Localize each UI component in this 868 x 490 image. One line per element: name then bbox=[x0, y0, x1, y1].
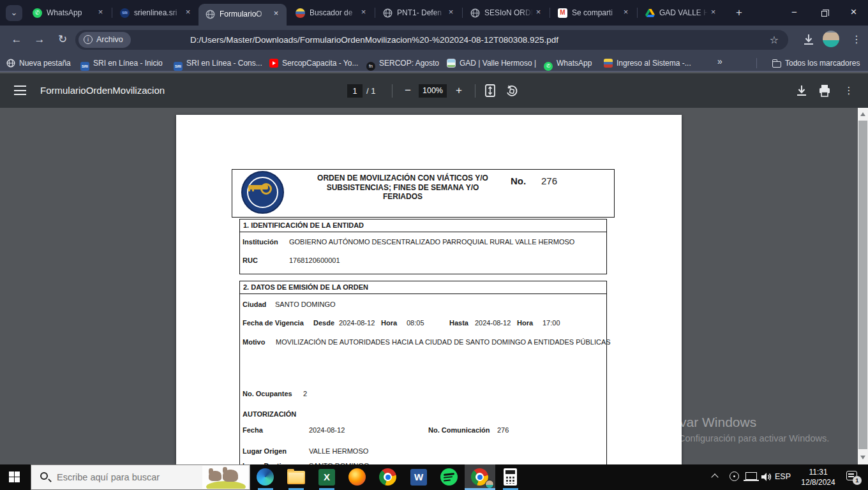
comunicacion-label: No. Comunicación bbox=[428, 426, 490, 434]
downloads-button[interactable] bbox=[800, 31, 817, 48]
network-icon[interactable] bbox=[745, 472, 757, 480]
window-restore-button[interactable] bbox=[810, 0, 839, 24]
tab-buscador[interactable]: Buscador de × bbox=[288, 0, 374, 26]
profile-avatar[interactable] bbox=[823, 31, 839, 47]
rotate-button[interactable] bbox=[504, 82, 520, 99]
new-tab-button[interactable]: + bbox=[731, 6, 747, 21]
start-button[interactable] bbox=[0, 464, 31, 490]
tab-close-button[interactable]: × bbox=[358, 7, 369, 18]
window-close-button[interactable]: × bbox=[839, 0, 868, 24]
hora2-value: 17:00 bbox=[542, 319, 560, 327]
globe-favicon bbox=[470, 8, 480, 18]
bookmark-star-icon[interactable]: ☆ bbox=[767, 33, 782, 48]
reload-button[interactable]: ↻ bbox=[54, 31, 71, 48]
tab-label: GAD VALLE H bbox=[659, 8, 708, 19]
scrollbar-thumb[interactable] bbox=[858, 121, 867, 449]
tab-close-button[interactable]: × bbox=[620, 7, 631, 18]
tab-pnt1[interactable]: PNT1- Defen × bbox=[376, 0, 461, 26]
taskbar-excel-button[interactable]: X bbox=[311, 464, 342, 490]
forward-button[interactable]: → bbox=[31, 31, 49, 48]
bookmark-ingreso-sistema[interactable]: Ingreso al Sistema -... bbox=[604, 57, 691, 70]
tab-srienlinea[interactable]: SRI srienlinea.sri × bbox=[113, 0, 198, 26]
bookmark-sercop-agosto[interactable]: fnSERCOP: Agosto bbox=[366, 57, 439, 70]
taskbar-spotify-button[interactable] bbox=[434, 464, 465, 490]
zoom-in-button[interactable]: + bbox=[451, 82, 467, 99]
institucion-label: Institución bbox=[243, 238, 278, 246]
search-icon bbox=[40, 472, 48, 480]
tab-gmail[interactable]: M Se comparti × bbox=[551, 0, 636, 26]
watermark-title: Activar Windows bbox=[657, 415, 829, 430]
ciudad-value: SANTO DOMINGO bbox=[275, 301, 336, 308]
pdf-viewport[interactable]: ORDEN DE MOVILIZACIÓN CON VIÁTICOS Y/O S… bbox=[0, 108, 868, 464]
youtube-icon bbox=[269, 59, 278, 68]
zoom-out-button[interactable]: − bbox=[400, 82, 416, 99]
taskbar-edge-button[interactable] bbox=[250, 464, 281, 490]
menu-icon[interactable] bbox=[14, 85, 26, 95]
bookmark-whatsapp[interactable]: ✆WhatsApp bbox=[544, 57, 592, 70]
bookmark-label: Ingreso al Sistema -... bbox=[617, 59, 691, 68]
chrome-icon bbox=[379, 468, 396, 486]
bookmark-label: SRI en Línea - Inicio bbox=[93, 59, 163, 68]
tab-search-button[interactable]: ⌄ bbox=[6, 5, 22, 21]
clock[interactable]: 11:31 12/8/2024 bbox=[798, 467, 839, 487]
site-info-chip[interactable]: i Archivo bbox=[79, 32, 131, 48]
print-icon[interactable] bbox=[816, 82, 833, 99]
fecha-value: 2024-08-12 bbox=[309, 426, 345, 434]
tray-sync-icon[interactable] bbox=[730, 471, 739, 481]
pdf-more-options-button[interactable]: ⋮ bbox=[841, 82, 857, 99]
window-minimize-button[interactable]: − bbox=[780, 0, 809, 24]
chevron-down-icon: ⌄ bbox=[11, 8, 18, 17]
volume-icon[interactable] bbox=[761, 471, 772, 485]
globe-icon bbox=[6, 59, 15, 71]
tab-sesion[interactable]: SESIoN ORDI × bbox=[463, 0, 549, 26]
bookmark-gad-valle-hermoso[interactable]: GAD | Valle Hermoso | bbox=[447, 57, 536, 70]
tab-close-button[interactable]: × bbox=[271, 8, 281, 19]
taskbar-chrome-active-button[interactable] bbox=[465, 464, 495, 490]
download-icon[interactable] bbox=[793, 82, 810, 99]
scroll-down-arrow[interactable] bbox=[860, 456, 865, 459]
tab-separator bbox=[462, 8, 463, 18]
bookmark-label: SRI en Línea - Cons... bbox=[186, 59, 262, 68]
tab-close-button[interactable]: × bbox=[533, 7, 544, 18]
ruc-label: RUC bbox=[243, 256, 258, 264]
language-indicator[interactable]: ESP bbox=[775, 472, 791, 481]
folder-icon bbox=[772, 60, 781, 68]
tab-close-button[interactable]: × bbox=[95, 7, 106, 18]
taskbar-firefox-button[interactable] bbox=[342, 464, 373, 490]
time: 11:31 bbox=[798, 467, 839, 477]
ciudad-label: Ciudad bbox=[243, 301, 266, 308]
tab-close-button[interactable]: × bbox=[183, 7, 193, 18]
taskbar-word-button[interactable]: W bbox=[403, 464, 434, 490]
tab-whatsapp[interactable]: ✆ WhatsApp × bbox=[26, 0, 111, 26]
page-number-input[interactable] bbox=[347, 84, 363, 98]
search-highlight-image[interactable] bbox=[202, 466, 248, 489]
back-button[interactable]: ← bbox=[8, 31, 26, 48]
hora1-value: 08:05 bbox=[407, 319, 424, 327]
scroll-up-arrow[interactable] bbox=[860, 112, 865, 116]
tab-label: WhatsApp bbox=[47, 8, 95, 19]
all-bookmarks-button[interactable]: Todos los marcadores bbox=[772, 57, 860, 70]
vertical-scrollbar[interactable] bbox=[858, 108, 868, 464]
bookmark-sri-inicio[interactable]: SRISRI en Línea - Inicio bbox=[80, 57, 163, 70]
taskbar-search-box[interactable] bbox=[31, 464, 250, 490]
bookmark-sercopcapacita[interactable]: SercopCapacita - Yo... bbox=[269, 57, 358, 70]
tab-separator bbox=[375, 8, 375, 18]
browser-menu-button[interactable]: ⋮ bbox=[849, 31, 864, 48]
taskbar-explorer-button[interactable] bbox=[281, 464, 311, 490]
tab-formulario-active[interactable]: FormularioO × bbox=[198, 4, 287, 26]
tab-drive[interactable]: GAD VALLE H × bbox=[638, 0, 724, 26]
bookmarks-overflow-button[interactable]: » bbox=[717, 56, 722, 66]
bookmark-sri-consultas[interactable]: SRISRI en Línea - Cons... bbox=[174, 57, 262, 70]
url-input[interactable] bbox=[190, 30, 726, 50]
tab-close-button[interactable]: × bbox=[708, 7, 719, 18]
search-input[interactable] bbox=[57, 465, 204, 489]
section1-box: 1. IDENTIFICACIÓN DE LA ENTIDAD Instituc… bbox=[239, 219, 607, 274]
address-bar[interactable]: i Archivo ☆ bbox=[75, 30, 788, 50]
taskbar-calculator-button[interactable] bbox=[495, 464, 526, 490]
zoom-level-field[interactable]: 100% bbox=[419, 84, 447, 98]
taskbar-chrome-button[interactable] bbox=[373, 464, 403, 490]
tray-hidden-icons-chevron[interactable] bbox=[712, 473, 719, 479]
tab-close-button[interactable]: × bbox=[445, 7, 456, 18]
bookmark-nueva-pestana[interactable]: Nueva pestaña bbox=[6, 57, 71, 70]
fit-to-page-button[interactable] bbox=[482, 82, 498, 99]
